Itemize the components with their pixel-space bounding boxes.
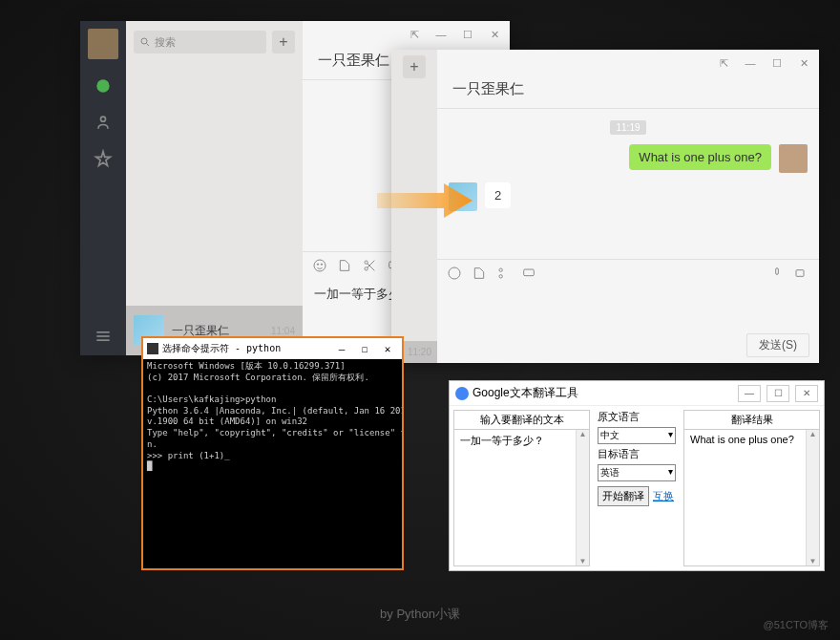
svg-point-8 (317, 264, 318, 265)
close-icon[interactable]: ✕ (377, 343, 398, 355)
message-input[interactable] (437, 289, 819, 328)
file-icon[interactable] (472, 266, 487, 284)
output-column: 翻译结果 What is one plus one? (683, 410, 820, 566)
search-placeholder: 搜索 (155, 35, 176, 50)
window-titlebar: ⇱ — ☐ ✕ (437, 50, 819, 76)
svg-line-6 (147, 44, 150, 47)
terminal-title: 选择命令提示符 - python (162, 342, 331, 355)
emoji-icon[interactable] (447, 266, 462, 284)
emoji-icon[interactable] (312, 258, 327, 276)
svg-point-7 (314, 260, 326, 271)
controls-column: 原文语言 中文▾ 目标语言 英语▾ 开始翻译 互换 (594, 406, 680, 570)
translator-titlebar: Google文本翻译工具 — ☐ ✕ (450, 381, 824, 406)
contacts-icon[interactable] (94, 113, 113, 132)
svg-point-0 (96, 79, 109, 92)
input-textarea[interactable]: 一加一等于多少？ (454, 429, 589, 565)
scissors-icon[interactable] (362, 258, 377, 276)
send-button[interactable]: 发送(S) (746, 333, 809, 357)
svg-line-12 (368, 264, 374, 270)
close-icon[interactable]: ✕ (794, 53, 813, 73)
window-titlebar: ⇱ — ☐ ✕ (303, 21, 510, 48)
svg-point-18 (499, 268, 502, 271)
voice-icon[interactable] (769, 266, 785, 284)
message-bubble: 2 (485, 182, 511, 208)
minimize-icon[interactable]: — (738, 385, 761, 402)
maximize-icon[interactable]: ☐ (766, 385, 789, 402)
maximize-icon[interactable]: ☐ (354, 343, 375, 355)
svg-point-9 (321, 264, 322, 265)
close-icon[interactable]: ✕ (795, 385, 818, 402)
svg-point-10 (365, 261, 368, 264)
video-icon[interactable] (794, 266, 809, 284)
chat-header: 一只歪果仁 (437, 76, 819, 109)
close-icon[interactable]: ✕ (485, 25, 504, 44)
terminal-window: 选择命令提示符 - python — ☐ ✕ Microsoft Windows… (141, 336, 404, 570)
chat-list-panel: 搜索 + 一只歪果仁 11:04 (126, 21, 303, 355)
add-button[interactable]: + (403, 55, 426, 78)
message-icon[interactable] (521, 266, 536, 284)
search-input[interactable]: 搜索 (134, 31, 266, 53)
target-lang-label: 目标语言 (598, 447, 676, 461)
input-column: 输入要翻译的文本 一加一等于多少？ (453, 410, 590, 566)
svg-rect-21 (776, 268, 779, 275)
translate-button[interactable]: 开始翻译 (598, 486, 649, 506)
source-lang-select[interactable]: 中文▾ (598, 427, 676, 444)
time-badge: 11:19 (610, 120, 645, 135)
minimize-icon[interactable]: — (431, 25, 451, 44)
minimize-icon[interactable]: — (331, 343, 352, 355)
add-button[interactable]: + (272, 31, 295, 53)
terminal-titlebar: 选择命令提示符 - python — ☐ ✕ (143, 338, 402, 359)
pin-icon[interactable]: ⇱ (714, 53, 733, 73)
footer-credit: by Python小课 (0, 606, 840, 623)
messages-area: 11:19 What is one plus one? 2 (437, 109, 819, 259)
input-toolbar (437, 259, 819, 289)
output-textarea[interactable]: What is one plus one? (684, 429, 819, 565)
scissors-icon[interactable] (496, 266, 512, 284)
message-avatar (779, 144, 808, 173)
minimize-icon[interactable]: — (741, 53, 760, 73)
svg-point-11 (365, 267, 368, 270)
pin-icon[interactable]: ⇱ (405, 25, 424, 44)
terminal-output[interactable]: Microsoft Windows [版本 10.0.16299.371] (c… (143, 359, 402, 475)
svg-rect-22 (796, 270, 804, 277)
svg-point-1 (101, 117, 106, 121)
terminal-icon (147, 343, 158, 354)
chat-main: ⇱ — ☐ ✕ 一只歪果仁 11:19 What is one plus one… (437, 50, 819, 363)
menu-icon[interactable] (94, 327, 113, 346)
message-bubble: What is one plus one? (629, 144, 771, 170)
file-icon[interactable] (337, 258, 352, 276)
target-lang-select[interactable]: 英语▾ (598, 464, 676, 481)
arrow-icon (377, 181, 472, 220)
favorites-icon[interactable] (94, 149, 113, 168)
scrollbar[interactable] (806, 430, 819, 565)
chat-item-time: 11:20 (408, 347, 431, 357)
translator-window: Google文本翻译工具 — ☐ ✕ 输入要翻译的文本 一加一等于多少？ 原文语… (449, 380, 825, 571)
chat-icon[interactable] (94, 76, 113, 96)
translator-title: Google文本翻译工具 (472, 385, 738, 401)
scrollbar[interactable] (576, 430, 589, 565)
svg-rect-20 (524, 269, 535, 276)
svg-point-19 (499, 275, 502, 278)
maximize-icon[interactable]: ☐ (767, 53, 787, 73)
watermark: @51CTO博客 (764, 618, 829, 632)
message-row-outgoing: What is one plus one? (449, 144, 808, 173)
user-avatar[interactable] (88, 29, 118, 59)
svg-line-13 (368, 261, 374, 267)
swap-link[interactable]: 互换 (653, 489, 674, 503)
chat-item-time: 11:04 (271, 326, 295, 336)
maximize-icon[interactable]: ☐ (458, 25, 477, 44)
input-header: 输入要翻译的文本 (454, 411, 589, 429)
svg-point-17 (449, 267, 460, 279)
source-lang-label: 原文语言 (598, 410, 676, 424)
google-icon (455, 387, 469, 400)
output-header: 翻译结果 (684, 411, 819, 429)
wechat-sidebar (80, 21, 126, 355)
message-row-incoming: 2 (449, 182, 808, 211)
svg-point-5 (141, 38, 147, 44)
